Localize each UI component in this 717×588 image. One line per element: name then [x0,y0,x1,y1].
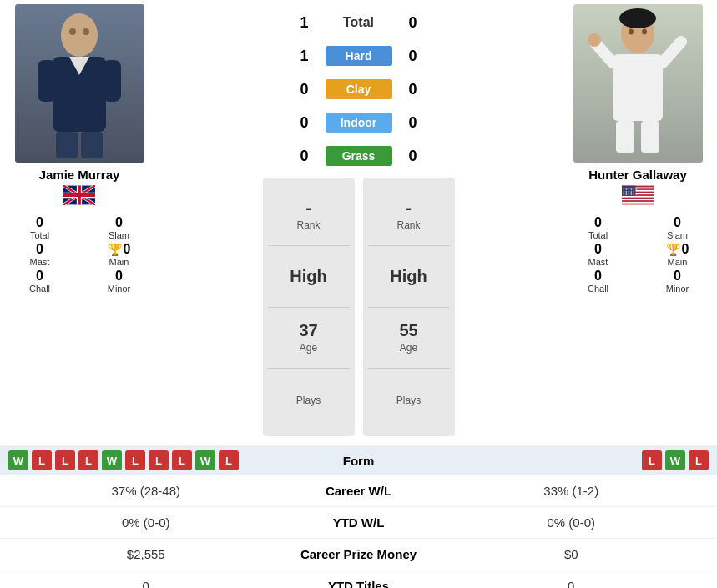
svg-text:★★★★★★: ★★★★★★ [623,193,638,196]
right-form-badge-l1: L [642,450,662,470]
prize-label: Career Prize Money [275,547,442,561]
left-stat-chall: 0 Chall [4,269,75,294]
left-stat-minor: 0 Minor [83,269,154,294]
right-career-wl: 33% (1-2) [442,484,701,498]
right-prize: $0 [442,547,701,561]
right-box-plays: Plays [368,369,450,430]
left-stats-grid: 0 Total 0 Slam 0 Mast 🏆 0 Main [4,215,154,294]
form-section: W L L L W L L L W L Form L W L [0,445,717,475]
left-box-plays: Plays [268,369,350,430]
ytd-wl-label: YTD W/L [275,515,442,530]
left-box-rank: - Rank [268,184,350,246]
left-rank-value: - [305,199,311,218]
svg-line-13 [663,42,681,63]
right-form: L W L [434,450,709,470]
svg-rect-26 [622,202,654,204]
right-trophy-icon: 🏆 0 Main [642,242,713,267]
svg-rect-3 [103,60,121,102]
svg-point-19 [642,29,647,35]
form-badge-l6: L [172,450,192,470]
right-stat-minor: 0 Minor [642,269,713,294]
form-badge-l7: L [219,450,239,470]
right-player-name: Hunter Gallaway [588,168,687,182]
left-prize: $2,555 [17,547,275,561]
right-age-value: 55 [399,321,417,340]
middle-section: 1 Total 0 1 Hard 0 0 [154,4,563,436]
right-form-badge-l2: L [689,450,709,470]
left-player-photo [15,4,144,163]
svg-rect-25 [622,199,654,200]
form-badge-l5: L [149,450,169,470]
left-box-age: 37 Age [268,308,350,369]
right-rank-value: - [406,199,412,218]
form-badge-l1: L [32,450,52,470]
prize-money-row: $2,555 Career Prize Money $0 [0,539,717,570]
hard-badge: Hard [326,46,392,66]
svg-rect-7 [56,132,78,158]
indoor-badge: Indoor [326,113,392,133]
score-row-clay: 0 Clay 0 [159,73,558,106]
trophy-icon-right: 🏆 [666,243,680,256]
trophy-icon-left: 🏆 [108,243,122,256]
titles-label: YTD Titles [275,579,442,588]
svg-text:★★★★★★: ★★★★★★ [623,188,638,191]
svg-point-14 [588,33,601,47]
svg-rect-11 [613,54,663,121]
right-form-badge-w1: W [665,450,685,470]
form-badge-w3: W [195,450,215,470]
left-titles: 0 [17,579,275,588]
svg-point-18 [629,29,634,35]
left-trophy-icon: 🏆 0 Main [83,242,154,267]
stats-boxes-row: - Rank High 37 Age Plays [159,178,558,436]
right-ytd-wl: 0% (0-0) [442,515,701,530]
ytd-wl-row: 0% (0-0) YTD W/L 0% (0-0) [0,507,717,539]
form-badge-l3: L [78,450,98,470]
score-row-indoor: 0 Indoor 0 [159,106,558,139]
left-player-name: Jamie Murray [39,168,120,182]
right-box-age: 55 Age [368,308,450,369]
right-total-score: 0 [401,14,451,32]
right-stat-total: 0 Total [563,215,634,240]
ytd-titles-row: 0 YTD Titles 0 [0,570,717,588]
right-box-rank: - Rank [368,184,450,246]
svg-rect-2 [38,60,56,102]
left-total-score: 1 [267,14,317,32]
top-section: Jamie Murray 0 Total 0 Slam [0,0,717,445]
form-label: Form [284,454,434,468]
left-high-value: High [290,267,326,286]
clay-badge: Clay [326,79,392,99]
svg-rect-16 [641,121,659,153]
career-wl-row: 37% (28-48) Career W/L 33% (1-2) [0,475,717,507]
main-container: Jamie Murray 0 Total 0 Slam [0,0,717,588]
left-ytd-wl: 0% (0-0) [17,515,275,530]
stats-rows: 37% (28-48) Career W/L 33% (1-2) 0% (0-0… [0,475,717,588]
score-row-grass: 0 Grass 0 [159,139,558,173]
left-age-value: 37 [299,321,317,340]
left-form: W L L L W L L L W L [8,450,284,470]
right-stat-chall: 0 Chall [563,269,634,294]
score-row-total: 1 Total 0 [159,6,558,39]
left-stat-mast: 0 Mast [4,242,75,267]
right-box-high: High [368,246,450,308]
svg-rect-15 [616,121,634,153]
left-career-wl: 37% (28-48) [17,484,275,498]
right-titles: 0 [442,579,701,588]
form-badge-w1: W [8,450,28,470]
right-high-value: High [390,267,427,286]
score-row-hard: 1 Hard 0 [159,39,558,73]
left-stat-slam: 0 Slam [83,215,154,240]
right-player-photo [573,4,703,163]
left-stats-box: - Rank High 37 Age Plays [263,178,355,436]
grass-badge: Grass [326,146,392,166]
form-badge-l2: L [55,450,75,470]
svg-rect-24 [622,196,654,198]
svg-point-0 [61,13,98,57]
career-wl-label: Career W/L [275,484,442,498]
right-stat-mast: 0 Mast [563,242,634,267]
form-badge-l4: L [125,450,145,470]
left-stat-total: 0 Total [4,215,75,240]
right-player-flag: ★★★★★★ ★★★★★ ★★★★★★ [622,185,654,209]
svg-point-6 [83,28,89,35]
right-stats-grid: 0 Total 0 Slam 0 Mast 🏆 0 Main [563,215,713,294]
right-stats-box: - Rank High 55 Age Plays [363,178,455,436]
